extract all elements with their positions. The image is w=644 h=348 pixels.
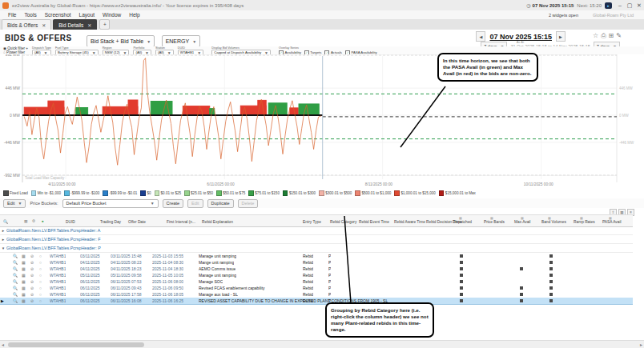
cell-trading-day[interactable]: 04/11/2025 bbox=[80, 260, 100, 265]
zoom-icon[interactable]: 🔍 bbox=[13, 298, 18, 303]
col-header-rebid-aware-time[interactable]: Rebid Aware Time bbox=[394, 220, 425, 224]
cell-duid[interactable]: WTAHB1 bbox=[50, 298, 66, 303]
close-tab-icon[interactable]: ✕ bbox=[87, 22, 91, 28]
menu-help[interactable]: Help bbox=[125, 12, 143, 18]
menu-window[interactable]: Window bbox=[99, 12, 125, 18]
cell-duid[interactable]: WTAHB1 bbox=[50, 254, 66, 258]
no-entry-icon[interactable]: ⊘ bbox=[30, 286, 34, 290]
scroll-left-icon[interactable]: ◂ bbox=[2, 342, 4, 347]
maximize-button[interactable]: ▢ bbox=[625, 2, 634, 10]
col-header-band-volumes[interactable]: Band Volumes bbox=[541, 220, 566, 224]
col-header-ramp-rates[interactable]: Ramp Rates bbox=[574, 220, 595, 224]
commodity-selector[interactable]: ENERGY▼ bbox=[162, 35, 201, 47]
tab-bids-offers[interactable]: Bids & Offers✕ bbox=[2, 19, 51, 30]
cell-offer-date[interactable]: 06/11/2025 17:58 bbox=[111, 292, 142, 297]
cell-trading-day[interactable]: 05/11/2025 bbox=[80, 273, 100, 278]
group-row[interactable]: ▸GlobalRoam.Nem.LV.BFF.Tables.PcrspHeade… bbox=[0, 235, 633, 244]
header-tool-icon[interactable]: ⚙ bbox=[32, 219, 35, 223]
zoom-icon[interactable]: 🔍 bbox=[13, 286, 18, 290]
settings-icon[interactable]: ✎ bbox=[616, 32, 622, 40]
minimize-button[interactable]: – bbox=[615, 2, 625, 10]
add-tab-button[interactable]: + bbox=[99, 19, 110, 30]
col-header-pasa-avail[interactable]: PASA Avail bbox=[602, 220, 622, 224]
col-header-max-avail[interactable]: Max Avail bbox=[514, 220, 530, 224]
close-tab-icon[interactable]: ✕ bbox=[42, 22, 46, 28]
col-header-price-bands[interactable]: Price Bands bbox=[484, 220, 505, 224]
col-header-duid[interactable]: DUID bbox=[66, 220, 75, 224]
group-row[interactable]: ▾GlobalRoam.Nem.LV.BFF.Tables.PcrspHeade… bbox=[0, 244, 633, 253]
table-icon[interactable]: ▦ bbox=[22, 254, 26, 258]
screenshot-icon[interactable]: ⎙ bbox=[601, 32, 606, 40]
col-header-rebid-event-time[interactable]: Rebid Event Time bbox=[359, 220, 389, 224]
menu-tools[interactable]: Tools bbox=[20, 12, 40, 18]
date-back-button[interactable]: ◀ bbox=[476, 31, 485, 42]
cell-duid[interactable]: WTAHB1 bbox=[50, 292, 66, 297]
edit-dropdown-button[interactable]: Edit▼ bbox=[3, 199, 26, 208]
expand-icon[interactable]: ▸ bbox=[0, 228, 6, 233]
group-row[interactable]: ▸GlobalRoam.Nem.LV.BFF.Tables.PcrspHeade… bbox=[0, 226, 633, 235]
table-icon[interactable]: ▦ bbox=[22, 266, 26, 271]
circle-icon[interactable]: ○ bbox=[39, 266, 42, 271]
tab-bid-details[interactable]: Bid Details✕ bbox=[53, 19, 97, 30]
cell-trading-day[interactable]: 04/11/2025 bbox=[80, 266, 100, 271]
cell-duid[interactable]: WTAHB1 bbox=[50, 279, 66, 284]
cell-offer-date[interactable]: 06/11/2025 09:43 bbox=[111, 286, 142, 290]
scrollbar-thumb[interactable] bbox=[8, 342, 144, 347]
cell-duid[interactable]: WTAHB1 bbox=[50, 286, 66, 290]
cell-trading-day[interactable]: 06/11/2025 bbox=[80, 292, 100, 297]
date-forward-button[interactable]: ▶ bbox=[556, 31, 566, 42]
cell-first-interval[interactable]: 2025-11-06 18:05 bbox=[152, 292, 183, 297]
table-icon[interactable]: ▦ bbox=[22, 286, 26, 290]
price-bucket-selector[interactable]: Default Price Bucket▼ bbox=[62, 199, 159, 208]
no-entry-icon[interactable]: ⊘ bbox=[30, 292, 34, 297]
create-bucket-button[interactable]: Create bbox=[163, 199, 184, 208]
menu-screenshot[interactable]: Screenshot bbox=[41, 12, 75, 18]
table-icon[interactable]: ▦ bbox=[22, 279, 26, 284]
col-header-first-interval-n-[interactable]: First Interval (n... bbox=[167, 220, 195, 224]
no-entry-icon[interactable]: ⊘ bbox=[30, 266, 34, 271]
expand-icon[interactable]: ▸ bbox=[0, 237, 6, 242]
col-header-rebid-category[interactable]: Rebid Category bbox=[330, 220, 356, 224]
cell-trading-day[interactable]: 06/11/2025 bbox=[80, 279, 100, 284]
zoom-icon[interactable]: 🔍 bbox=[13, 279, 18, 284]
collapse-icon[interactable]: ▾ bbox=[0, 246, 6, 250]
table-icon[interactable]: ▦ bbox=[22, 298, 26, 303]
no-entry-icon[interactable]: ⊘ bbox=[30, 273, 34, 278]
edit-bucket-button[interactable]: Edit bbox=[187, 199, 203, 208]
cell-offer-date[interactable]: 03/11/2025 15:48 bbox=[111, 254, 142, 258]
delete-bucket-button[interactable]: Delete bbox=[238, 199, 259, 208]
cell-first-interval[interactable]: 2025-11-04 18:30 bbox=[152, 266, 183, 271]
cell-trading-day[interactable]: 03/11/2025 bbox=[80, 254, 100, 258]
circle-icon[interactable]: ○ bbox=[39, 260, 42, 265]
no-entry-icon[interactable]: ⊘ bbox=[30, 298, 34, 303]
zoom-icon[interactable]: 🔍 bbox=[13, 254, 18, 258]
cell-offer-date[interactable]: 04/11/2025 08:23 bbox=[111, 260, 142, 265]
close-button[interactable]: ✕ bbox=[634, 2, 644, 10]
grid-icon[interactable]: ⊞ bbox=[609, 32, 614, 40]
circle-icon[interactable]: ○ bbox=[39, 273, 42, 278]
circle-icon[interactable]: ○ bbox=[39, 298, 42, 303]
table-row[interactable]: ▶🔍▦⊘○WTAHB106/11/202506/11/2025 16:08202… bbox=[0, 298, 633, 305]
horizontal-scrollbar[interactable]: ◂ ▸ bbox=[0, 340, 644, 348]
view-selector[interactable]: Bid Stack + Bid Table▼ bbox=[87, 35, 155, 47]
cell-offer-date[interactable]: 06/11/2025 16:08 bbox=[111, 298, 142, 303]
col-header-trading-day[interactable]: Trading Day bbox=[100, 220, 121, 224]
table-icon[interactable]: ▦ bbox=[22, 260, 26, 265]
zoom-icon[interactable]: 🔍 bbox=[13, 292, 18, 297]
cell-offer-date[interactable]: 04/11/2025 18:23 bbox=[111, 266, 142, 271]
zoom-icon[interactable]: 🔍 bbox=[13, 260, 18, 265]
col-header-offer-date[interactable]: Offer Date bbox=[128, 220, 146, 224]
cell-trading-day[interactable]: 06/11/2025 bbox=[80, 286, 100, 290]
menu-layout[interactable]: Layout bbox=[75, 12, 99, 18]
cell-offer-date[interactable]: 06/11/2025 07:53 bbox=[111, 279, 142, 284]
current-datetime[interactable]: 07 Nov 2025 15:15 bbox=[489, 33, 552, 41]
cell-first-interval[interactable]: 2025-11-04 08:30 bbox=[152, 260, 183, 265]
circle-icon[interactable]: ○ bbox=[39, 279, 42, 284]
table-icon[interactable]: ▦ bbox=[22, 273, 26, 278]
cell-trading-day[interactable]: 06/11/2025 bbox=[80, 298, 100, 303]
no-entry-icon[interactable]: ⊘ bbox=[30, 254, 34, 258]
notification-icon[interactable]: ▸ bbox=[605, 2, 612, 9]
no-entry-icon[interactable]: ⊘ bbox=[30, 279, 34, 284]
col-header-dispatched[interactable]: Dispatched bbox=[453, 220, 472, 224]
search-icon[interactable]: 🔍 bbox=[3, 219, 8, 224]
